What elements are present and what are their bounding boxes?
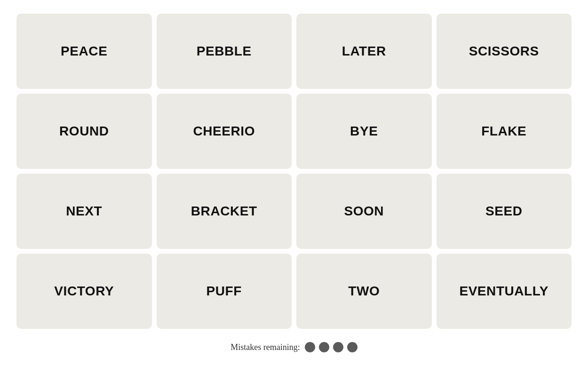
word-card-label-next: NEXT	[66, 204, 102, 219]
word-card-round[interactable]: ROUND	[16, 94, 152, 169]
word-card-label-puff: PUFF	[207, 284, 242, 299]
word-grid: PEACEPEBBLELATERSCISSORSROUNDCHEERIOBYEF…	[16, 14, 572, 329]
word-card-scissors[interactable]: SCISSORS	[437, 14, 572, 89]
word-card-flake[interactable]: FLAKE	[437, 94, 572, 169]
word-card-label-eventually: EVENTUALLY	[459, 284, 548, 299]
word-card-label-seed: SEED	[485, 204, 523, 219]
word-card-pebble[interactable]: PEBBLE	[157, 14, 292, 89]
mistakes-dots	[305, 342, 358, 352]
word-card-bye[interactable]: BYE	[296, 94, 432, 169]
word-card-label-later: LATER	[342, 44, 386, 59]
word-card-label-victory: VICTORY	[54, 284, 114, 299]
word-card-label-pebble: PEBBLE	[197, 44, 252, 59]
game-container: PEACEPEBBLELATERSCISSORSROUNDCHEERIOBYEF…	[7, 4, 581, 362]
mistakes-label: Mistakes remaining:	[230, 342, 300, 352]
word-card-puff[interactable]: PUFF	[157, 254, 292, 329]
word-card-later[interactable]: LATER	[296, 14, 432, 89]
mistake-dot-4	[347, 342, 358, 352]
word-card-label-round: ROUND	[59, 124, 109, 139]
word-card-bracket[interactable]: BRACKET	[157, 174, 292, 249]
mistake-dot-3	[333, 342, 343, 352]
word-card-label-soon: SOON	[344, 204, 384, 219]
word-card-eventually[interactable]: EVENTUALLY	[437, 254, 572, 329]
word-card-label-scissors: SCISSORS	[469, 44, 539, 59]
word-card-soon[interactable]: SOON	[296, 174, 432, 249]
mistakes-row: Mistakes remaining:	[230, 342, 357, 352]
word-card-label-flake: FLAKE	[481, 124, 526, 139]
word-card-label-peace: PEACE	[61, 44, 107, 59]
word-card-label-cheerio: CHEERIO	[193, 124, 255, 139]
word-card-cheerio[interactable]: CHEERIO	[157, 94, 292, 169]
word-card-peace[interactable]: PEACE	[16, 14, 152, 89]
word-card-next[interactable]: NEXT	[16, 174, 152, 249]
word-card-label-two: TWO	[348, 284, 380, 299]
word-card-seed[interactable]: SEED	[437, 174, 572, 249]
word-card-victory[interactable]: VICTORY	[16, 254, 152, 329]
word-card-label-bye: BYE	[350, 124, 378, 139]
word-card-two[interactable]: TWO	[296, 254, 432, 329]
mistake-dot-1	[305, 342, 315, 352]
mistake-dot-2	[319, 342, 329, 352]
word-card-label-bracket: BRACKET	[191, 204, 257, 219]
